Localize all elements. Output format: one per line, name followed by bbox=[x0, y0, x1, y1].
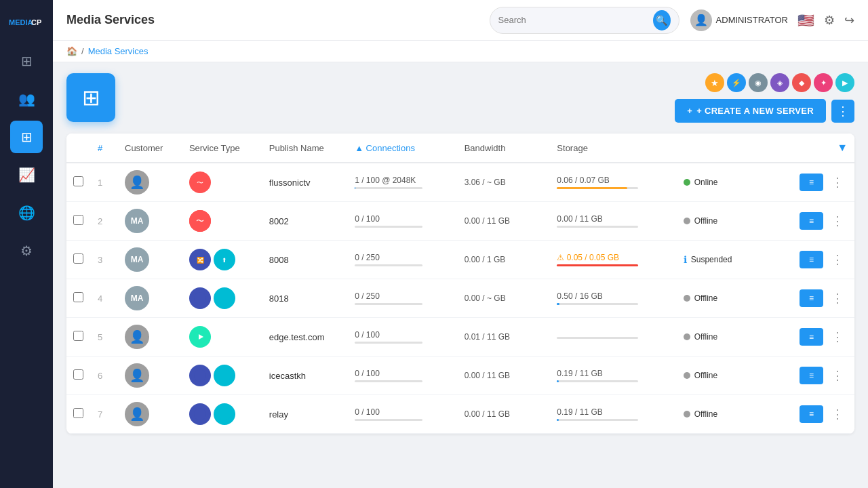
row-more-button[interactable]: ⋮ bbox=[827, 327, 848, 347]
sidebar-item-settings[interactable]: ⚙ bbox=[10, 235, 43, 267]
detail-button[interactable]: ≡ bbox=[800, 289, 823, 307]
row-num: 7 bbox=[91, 395, 118, 434]
row-connections: 0 / 100 bbox=[348, 202, 458, 241]
sidebar-item-media-services[interactable]: ⊞ bbox=[10, 121, 43, 153]
detail-button[interactable]: ≡ bbox=[800, 328, 823, 346]
row-checkbox[interactable] bbox=[73, 253, 83, 264]
language-flag[interactable]: 🇺🇸 bbox=[797, 12, 814, 28]
sidebar-item-globe[interactable]: 🌐 bbox=[10, 197, 43, 229]
status-text: Offline bbox=[694, 371, 717, 380]
status-dot bbox=[684, 179, 690, 186]
detail-button[interactable]: ≡ bbox=[800, 212, 823, 230]
svg-point-15 bbox=[218, 369, 231, 382]
svg-text:MEDIA: MEDIA bbox=[9, 18, 33, 26]
row-service-type bbox=[182, 279, 262, 318]
svg-text:CP: CP bbox=[31, 18, 41, 26]
col-actions: ≡ ⋮ bbox=[785, 249, 848, 270]
app-logo[interactable]: MEDIA CP bbox=[9, 7, 44, 33]
detail-button[interactable]: ≡ bbox=[800, 174, 823, 191]
col-publish-name-header: Publish Name bbox=[262, 134, 348, 163]
detail-button[interactable]: ≡ bbox=[800, 251, 823, 268]
row-checkbox[interactable] bbox=[73, 292, 83, 302]
breadcrumb-separator: / bbox=[81, 46, 84, 56]
detail-button[interactable]: ≡ bbox=[800, 367, 823, 384]
services-table: # Customer Service Type Publish Name ▲ C… bbox=[66, 134, 854, 434]
col-bandwidth-header: Bandwidth bbox=[458, 134, 551, 163]
row-actions: ≡ ⋮ bbox=[778, 202, 854, 241]
search-box[interactable]: 🔍 bbox=[490, 7, 679, 34]
svc-circle-1-icon: ★ bbox=[711, 78, 719, 88]
row-checkbox[interactable] bbox=[73, 369, 83, 380]
more-vertical-icon: ⋮ bbox=[837, 104, 849, 119]
col-actions: ≡ ⋮ bbox=[785, 404, 848, 424]
conn-progress-wrap bbox=[355, 303, 422, 305]
svc-circle-3[interactable]: ◉ bbox=[749, 73, 768, 92]
row-more-button[interactable]: ⋮ bbox=[827, 365, 848, 386]
row-connections: 0 / 100 bbox=[348, 318, 458, 357]
row-checkbox-cell bbox=[66, 202, 91, 241]
status-badge: Offline bbox=[684, 293, 771, 303]
col-status-header bbox=[677, 134, 778, 163]
col-connections-header[interactable]: ▲ Connections bbox=[348, 134, 458, 163]
search-button[interactable]: 🔍 bbox=[653, 10, 671, 30]
row-bandwidth: 0.00 / ~ GB bbox=[458, 279, 551, 318]
row-checkbox[interactable] bbox=[73, 215, 83, 225]
status-dot bbox=[684, 218, 690, 224]
row-bandwidth: 0.00 / 11 GB bbox=[458, 357, 551, 395]
svc-circle-4[interactable]: ◈ bbox=[770, 73, 789, 92]
status-text: Offline bbox=[694, 293, 717, 303]
storage-bar-wrap bbox=[557, 226, 638, 228]
svc-circle-6[interactable]: ✦ bbox=[814, 73, 833, 92]
status-dot bbox=[684, 333, 690, 340]
more-options-button[interactable]: ⋮ bbox=[831, 100, 854, 123]
table-row: 6 👤 bbox=[66, 357, 854, 395]
row-more-button[interactable]: ⋮ bbox=[827, 211, 848, 231]
logout-icon[interactable]: ↪ bbox=[844, 13, 854, 28]
service-type-icons bbox=[189, 326, 256, 348]
sidebar-item-users[interactable]: 👥 bbox=[10, 83, 43, 115]
row-publish-name: flussonictv bbox=[262, 163, 348, 202]
row-customer: 👤 bbox=[118, 318, 182, 357]
row-checkbox-cell bbox=[66, 241, 91, 279]
row-connections: 1 / 100 @ 2048K bbox=[348, 163, 458, 202]
filter-icon[interactable]: ▼ bbox=[837, 142, 848, 153]
row-more-button[interactable]: ⋮ bbox=[827, 249, 848, 270]
storage-text: 0.00 / 11 GB bbox=[557, 214, 669, 224]
svc-circle-2[interactable]: ⚡ bbox=[727, 73, 746, 92]
customer-avatar: 👤 bbox=[125, 402, 149, 426]
storage-bar-fill bbox=[557, 187, 627, 189]
detail-button[interactable]: ≡ bbox=[800, 405, 823, 423]
globe-icon: 🌐 bbox=[18, 205, 35, 221]
connections-bar: 0 / 250 bbox=[355, 253, 451, 266]
storage-text: 0.06 / 0.07 GB bbox=[557, 176, 669, 185]
row-customer: 👤 bbox=[118, 357, 182, 395]
users-icon: 👥 bbox=[18, 91, 35, 107]
row-checkbox[interactable] bbox=[73, 176, 83, 186]
row-num: 5 bbox=[91, 318, 118, 357]
row-service-type bbox=[182, 395, 262, 434]
row-num: 4 bbox=[91, 279, 118, 318]
admin-area[interactable]: 👤 ADMINISTRATOR bbox=[690, 9, 788, 31]
row-publish-name: 8008 bbox=[262, 241, 348, 279]
search-input[interactable] bbox=[498, 15, 648, 25]
create-server-button[interactable]: + + CREATE A NEW SERVER bbox=[675, 99, 826, 123]
breadcrumb-current: Media Services bbox=[88, 46, 149, 56]
sidebar-item-dashboard[interactable]: ⊞ bbox=[10, 45, 43, 77]
svc-circle-1[interactable]: ★ bbox=[705, 73, 724, 92]
row-more-button[interactable]: ⋮ bbox=[827, 288, 848, 308]
suspended-icon: ℹ bbox=[684, 254, 687, 265]
row-checkbox[interactable] bbox=[73, 331, 83, 341]
conn-text: 0 / 250 bbox=[355, 291, 451, 301]
settings-icon[interactable]: ⚙ bbox=[824, 13, 835, 28]
svc-circle-7[interactable]: ▶ bbox=[835, 73, 854, 92]
row-more-button[interactable]: ⋮ bbox=[827, 404, 848, 424]
row-more-button[interactable]: ⋮ bbox=[827, 172, 848, 192]
service-type-icons: 〜 bbox=[189, 210, 256, 232]
svc-circle-5[interactable]: ◆ bbox=[792, 73, 811, 92]
row-checkbox[interactable] bbox=[73, 408, 83, 418]
customer-avatar-icon: 👤 bbox=[130, 368, 144, 383]
sidebar-item-analytics[interactable]: 📈 bbox=[10, 159, 43, 191]
conn-progress-wrap bbox=[355, 226, 422, 228]
breadcrumb-home[interactable]: 🏠 bbox=[66, 46, 77, 56]
conn-progress-wrap bbox=[355, 187, 422, 189]
